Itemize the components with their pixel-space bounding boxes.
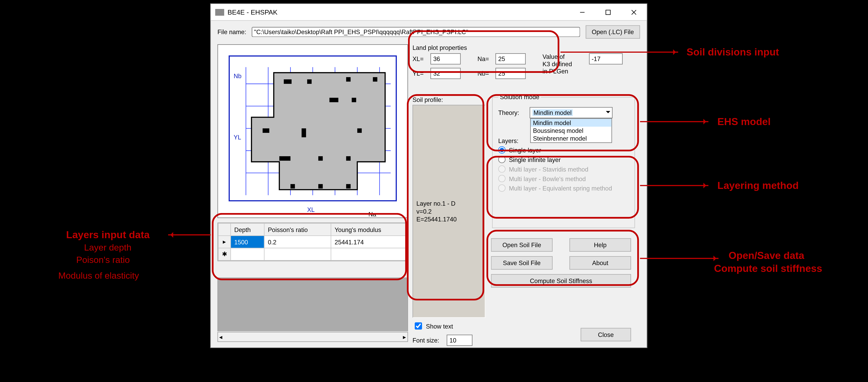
na-label: Na	[368, 211, 376, 218]
close-window-button[interactable]	[621, 4, 647, 20]
xl-input[interactable]	[430, 53, 461, 64]
maximize-button[interactable]	[595, 4, 621, 20]
scroll-right-icon[interactable]: ▸	[403, 333, 406, 341]
open-soil-button[interactable]: Open Soil File	[491, 238, 553, 252]
theory-dropdown[interactable]: Mindlin model Mindlin model Boussinesq m…	[530, 107, 613, 118]
save-soil-button[interactable]: Save Soil File	[491, 256, 553, 269]
titlebar: BE4E - EHSPAK	[211, 4, 647, 21]
profile-line3: E=25441.1740	[416, 215, 457, 223]
arrow-ehs	[640, 121, 708, 122]
close-button[interactable]: Close	[581, 328, 631, 341]
xl-label: XL	[307, 206, 315, 213]
cell-poisson[interactable]: 0.2	[264, 236, 331, 248]
arrow-opensave	[640, 258, 718, 259]
k3-label-1: Value of	[542, 53, 565, 60]
solution-mode-title: Solution mode	[498, 94, 541, 100]
svg-rect-21	[330, 98, 338, 102]
xl-label-text: XL=	[412, 56, 427, 62]
anno-layers-l3: Modulus of elasticity	[58, 270, 139, 281]
anno-soil-div: Soil divisions input	[686, 46, 779, 59]
arrow-layers-input	[168, 234, 211, 235]
cell-depth[interactable]: 1500	[230, 236, 264, 248]
theory-label: Theory:	[498, 109, 526, 116]
grid-empty-area	[217, 278, 408, 331]
landplot-title: Land plot properties	[412, 44, 637, 51]
svg-rect-29	[290, 184, 295, 189]
svg-rect-24	[302, 128, 306, 137]
plan-preview: Nb YL XL Na	[217, 44, 408, 218]
svg-rect-20	[373, 77, 377, 82]
radio-single-infinite[interactable]: Single infinite layer	[498, 156, 629, 163]
col-depth[interactable]: Depth	[230, 223, 264, 236]
yl-input[interactable]	[430, 68, 461, 79]
radio-stavridis: Multi layer - Stavridis method	[498, 165, 629, 173]
svg-rect-1	[606, 10, 610, 14]
row-indicator: ▸	[218, 236, 230, 248]
col-poisson[interactable]: Poisson's ratio	[264, 223, 331, 236]
radio-equiv-spring-input	[498, 184, 505, 192]
open-lc-button[interactable]: Open (.LC) File	[586, 25, 640, 38]
nb-label-text: Nb=	[477, 70, 492, 77]
anno-ehs: EHS model	[717, 116, 771, 128]
svg-rect-18	[307, 79, 312, 84]
anno-opensave2: Compute soil stiffness	[714, 262, 822, 275]
font-size-label: Font size:	[412, 337, 443, 344]
svg-rect-17	[284, 79, 291, 84]
scroll-left-icon[interactable]: ◂	[219, 333, 223, 341]
na-input[interactable]	[495, 53, 526, 64]
radio-bowle-input	[498, 175, 505, 182]
anno-layering: Layering method	[717, 179, 799, 192]
svg-rect-26	[279, 156, 290, 161]
col-young[interactable]: Young's modulus	[331, 223, 407, 236]
soil-profile-box: Layer no.1 - D v=0.2 E=25441.1740	[412, 105, 485, 318]
layers-grid[interactable]: Depth Poisson's ratio Young's modulus ▸ …	[217, 223, 408, 261]
app-icon	[215, 9, 224, 15]
profile-line1: Layer no.1 - D	[416, 199, 456, 207]
table-row[interactable]: ▸ 1500 0.2 25441.174	[218, 236, 407, 248]
theory-option-mindlin[interactable]: Mindlin model	[531, 119, 612, 127]
show-text-checkbox[interactable]: Show text	[412, 321, 472, 331]
compute-stiffness-button[interactable]: Compute Soil Stiffness	[491, 274, 631, 287]
anno-layers-l2: Poison's ratio	[76, 255, 130, 266]
show-text-checkbox-input[interactable]	[415, 322, 422, 330]
theory-option-list: Mindlin model Boussinesq model Steinbren…	[530, 118, 612, 143]
svg-rect-30	[318, 184, 323, 189]
radio-single-infinite-input[interactable]	[498, 156, 505, 163]
file-name-label: File name:	[217, 29, 246, 35]
help-button[interactable]: Help	[569, 238, 631, 252]
theory-selected: Mindlin model	[532, 109, 573, 116]
theory-option-boussinesq[interactable]: Boussinesq model	[531, 127, 612, 134]
grid-scrollbar[interactable]: ◂ ▸	[217, 332, 408, 342]
yl-label-text: YL=	[412, 70, 427, 77]
file-name-input[interactable]	[252, 27, 580, 37]
table-new-row[interactable]: ✱	[218, 248, 407, 260]
radio-bowle: Multi layer - Bowle's method	[498, 175, 629, 182]
grid-corner	[218, 223, 230, 236]
cell-young[interactable]: 25441.174	[331, 236, 407, 248]
svg-rect-23	[263, 128, 270, 133]
soil-profile-label: Soil profile:	[412, 96, 443, 103]
window-title: BE4E - EHSPAK	[227, 8, 569, 16]
app-window: BE4E - EHSPAK File name: Open (.LC) File…	[210, 3, 647, 348]
svg-rect-19	[346, 77, 350, 82]
anno-layers-l1: Layer depth	[84, 242, 131, 253]
svg-rect-27	[318, 156, 323, 161]
theory-option-steinbrenner[interactable]: Steinbrenner model	[531, 134, 612, 142]
k3-label-3: in PLGen	[542, 68, 568, 75]
radio-stavridis-input	[498, 165, 505, 173]
radio-single-layer-input[interactable]	[498, 146, 505, 154]
nb-input[interactable]	[495, 68, 526, 79]
svg-rect-22	[352, 98, 356, 102]
about-button[interactable]: About	[569, 256, 631, 269]
font-size-input[interactable]	[447, 335, 472, 346]
k3-input[interactable]	[589, 53, 622, 64]
svg-rect-31	[346, 184, 350, 189]
radio-single-layer[interactable]: Single layer	[498, 146, 629, 154]
minimize-button[interactable]	[569, 4, 595, 20]
new-row-indicator: ✱	[218, 248, 230, 260]
radio-equiv-spring: Multi layer - Equivalent spring method	[498, 184, 629, 192]
svg-rect-25	[357, 128, 362, 133]
k3-label-2: K3 defined	[542, 61, 572, 67]
na-label-text: Na=	[477, 56, 492, 62]
anno-layers-title: Layers input data	[66, 229, 150, 241]
